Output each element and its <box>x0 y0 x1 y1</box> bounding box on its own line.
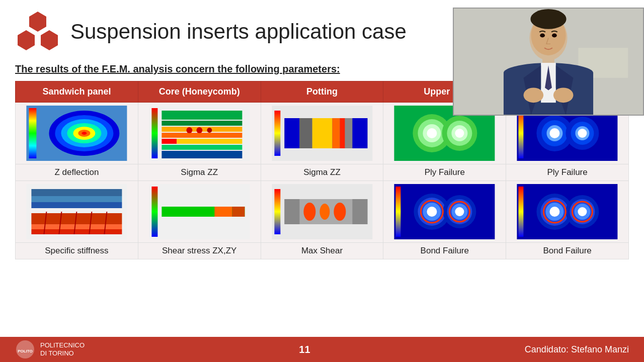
svg-rect-54 <box>31 189 122 196</box>
webcam-person <box>454 9 643 115</box>
svg-marker-0 <box>29 12 46 32</box>
svg-rect-55 <box>31 196 122 202</box>
svg-rect-71 <box>274 189 280 234</box>
svg-point-110 <box>530 9 566 29</box>
svg-point-24 <box>207 128 212 133</box>
svg-rect-79 <box>396 187 401 237</box>
col-header-potting: Potting <box>261 81 383 103</box>
svg-point-11 <box>82 132 87 135</box>
person-silhouette-icon <box>454 8 643 116</box>
svg-rect-59 <box>31 229 122 234</box>
svg-rect-26 <box>274 111 280 156</box>
svg-point-76 <box>319 204 330 220</box>
label-core-row2: Shear stress ZX,ZY <box>138 243 261 259</box>
svg-point-22 <box>186 127 192 133</box>
svg-rect-56 <box>31 202 122 208</box>
cell-potting-row2 <box>261 181 383 243</box>
svg-point-42 <box>455 129 464 138</box>
label-sandwich-row2: Specific stiffness <box>16 243 138 259</box>
label-lower-row1: Ply Failure <box>506 164 629 181</box>
svg-point-38 <box>427 128 437 138</box>
svg-point-48 <box>550 128 560 138</box>
cell-sandwich-row2 <box>16 181 138 243</box>
svg-marker-2 <box>41 30 58 50</box>
svg-point-113 <box>524 87 544 103</box>
page-number: 11 <box>299 344 310 355</box>
logo-icon <box>15 9 60 54</box>
cell-core-row2 <box>138 181 261 243</box>
svg-rect-66 <box>151 187 157 237</box>
svg-point-99 <box>578 207 587 216</box>
svg-rect-15 <box>162 121 242 126</box>
slide: Suspension inserts application case The … <box>0 0 644 362</box>
cell-core-row1 <box>138 103 261 164</box>
svg-rect-32 <box>340 118 345 148</box>
cell-lower-row2 <box>506 181 629 243</box>
cell-potting-row1 <box>261 103 383 164</box>
svg-rect-91 <box>519 187 524 237</box>
svg-rect-21 <box>162 151 242 158</box>
svg-rect-30 <box>312 118 332 148</box>
svg-point-83 <box>427 207 437 217</box>
col-header-sandwich: Sandwich panel <box>16 81 138 103</box>
svg-point-114 <box>553 87 574 103</box>
footer: POLITO POLITECNICODI TORINO 11 Candidato… <box>0 337 644 362</box>
label-lower-row2: Bond Failure <box>506 243 629 259</box>
svg-rect-18 <box>162 139 177 144</box>
svg-rect-68 <box>214 207 232 217</box>
label-potting-row2: Max Shear <box>261 243 383 259</box>
svg-rect-73 <box>284 199 299 224</box>
svg-rect-20 <box>162 145 242 150</box>
svg-point-52 <box>578 129 587 138</box>
svg-point-112 <box>552 34 557 38</box>
svg-rect-17 <box>162 133 242 138</box>
svg-rect-28 <box>284 118 299 148</box>
svg-marker-1 <box>18 30 35 50</box>
svg-rect-33 <box>299 118 312 148</box>
svg-point-111 <box>540 34 545 38</box>
svg-text:POLITO: POLITO <box>18 349 33 353</box>
slide-title: Suspension inserts application case <box>70 20 407 43</box>
cell-sandwich-row1 <box>16 103 138 164</box>
svg-point-75 <box>303 203 315 221</box>
svg-rect-29 <box>352 118 367 148</box>
label-potting-row1: Sigma ZZ <box>261 164 383 181</box>
label-sandwich-row1: Z deflection <box>16 164 138 181</box>
col-header-core: Core (Honeycomb) <box>138 81 261 103</box>
label-core-row1: Sigma ZZ <box>138 164 261 181</box>
footer-logo: POLITO POLITECNICODI TORINO <box>15 339 85 359</box>
polito-logo-icon: POLITO <box>15 339 35 359</box>
candidate-label: Candidato: Stefano Manzi <box>525 344 629 355</box>
label-upper-row1: Ply Failure <box>383 164 506 181</box>
svg-rect-44 <box>519 108 524 158</box>
svg-point-87 <box>455 207 464 216</box>
cell-upper-row2 <box>383 181 506 243</box>
svg-rect-74 <box>352 199 367 224</box>
label-upper-row2: Bond Failure <box>383 243 506 259</box>
svg-rect-13 <box>151 108 157 158</box>
svg-rect-14 <box>162 111 242 120</box>
svg-rect-19 <box>177 139 242 144</box>
svg-point-77 <box>334 203 346 221</box>
svg-point-23 <box>196 127 202 133</box>
webcam-overlay <box>453 8 644 116</box>
svg-rect-31 <box>332 118 340 148</box>
svg-rect-69 <box>232 207 245 217</box>
svg-point-95 <box>550 207 560 217</box>
svg-rect-4 <box>29 108 36 158</box>
